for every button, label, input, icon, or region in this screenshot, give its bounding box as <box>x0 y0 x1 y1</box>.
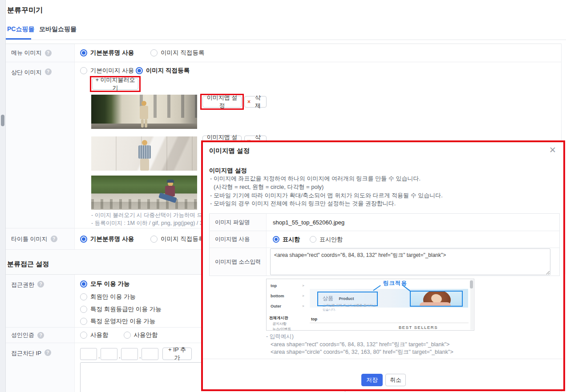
radio-label: 사용함 <box>90 331 109 339</box>
preview-scrollbar[interactable] <box>470 280 473 330</box>
ip-label: 접근차단 IP <box>11 349 41 357</box>
radio-access-members[interactable]: 회원만 이용 가능 <box>80 293 136 301</box>
delete-image-button-1[interactable]: × 삭제 <box>244 96 267 108</box>
help-icon[interactable]: ? <box>37 332 44 339</box>
modal-title: 이미지맵 설정 <box>209 147 250 155</box>
imagemap-settings-modal: 이미지맵 설정 ✕ 이미지맵 설정 - 이미지에 좌표값을 지정하여 하나의 이… <box>201 140 565 391</box>
menu-image-label-cell: 메뉴 이미지 ? <box>6 44 75 62</box>
preview-board-item: 공지사항 <box>272 321 287 326</box>
imagemap-area-left: 상품 Product 고객님을 위해 최고의 상품을 준비하고 있습니다. <box>317 292 378 306</box>
upload-note-2: - 등록이미지 : 1M 이하 / gif, png, jpg(jpeg) / … <box>91 220 219 227</box>
close-icon[interactable]: ✕ <box>549 145 556 155</box>
radio-access-member-grade[interactable]: 특정 회원등급만 이용 가능 <box>80 305 162 313</box>
adult-label: 성인인증 <box>11 331 34 339</box>
radio-icon <box>150 49 158 56</box>
banner-title: 상품 <box>323 295 333 301</box>
load-image-button[interactable]: + 이미지불러오기 <box>92 78 138 90</box>
radio-map-hide[interactable]: 표시안함 <box>310 236 343 244</box>
example-code-1: <area shape="rect" coords="6, 84, 83, 13… <box>271 341 449 348</box>
top-image-label: 상단 이미지 <box>11 68 42 76</box>
active-tab-underline <box>6 38 31 40</box>
radio-icon <box>80 318 87 325</box>
ip-octet-input-1[interactable] <box>80 348 97 360</box>
imagemap-table: 이미지 파일명 shop1_55_top_652060.jpeg 이미지맵 사용… <box>209 213 560 276</box>
imagemap-source-textarea[interactable]: <area shape="rect" coords="6, 84, 83, 13… <box>270 248 550 275</box>
radio-access-operators[interactable]: 특정 운영자만 이용 가능 <box>80 317 155 325</box>
ip-octet-input-4[interactable] <box>142 348 158 360</box>
radio-selected-icon <box>80 280 87 288</box>
radio-title-direct-upload[interactable]: 이미지 직접등록 <box>150 235 204 243</box>
radio-menu-default-name[interactable]: 기본분류명 사용 <box>80 49 134 57</box>
radio-adult-not-use[interactable]: 사용안함 <box>124 331 158 339</box>
radio-selected-icon <box>80 236 87 243</box>
permission-label: 접근권한 <box>11 281 34 289</box>
title-image-label: 타이틀 이미지 <box>11 235 48 243</box>
chevron-right-icon: > <box>302 294 304 298</box>
radio-label: 표시함 <box>283 236 300 244</box>
radio-selected-icon <box>273 236 279 243</box>
radio-label: 기본분류명 사용 <box>90 235 134 243</box>
preview-divider <box>310 323 469 323</box>
cancel-button[interactable]: 취소 <box>385 374 406 386</box>
preview-content-heading: top <box>311 317 317 321</box>
modal-footer-divider <box>203 359 563 359</box>
adult-label-cell: 성인인증 ? <box>6 328 75 343</box>
modal-section-title: 이미지맵 설정 <box>209 167 247 175</box>
menu-image-label: 메뉴 이미지 <box>11 49 42 57</box>
permission-label-cell: 접근권한 ? <box>6 275 75 327</box>
left-scrollbar[interactable] <box>0 0 6 392</box>
radio-selected-icon <box>136 67 143 74</box>
ip-dot: . <box>98 353 100 360</box>
radio-access-everyone[interactable]: 모두 이용 가능 <box>80 280 130 288</box>
modal-description-2: (사각형 = rect, 원형 = circle, 다각형 = poly) <box>214 183 323 191</box>
person-figure <box>137 101 151 128</box>
ip-octet-input-2[interactable] <box>101 348 117 360</box>
help-icon[interactable]: ? <box>51 236 57 242</box>
radio-menu-direct-upload[interactable]: 이미지 직접등록 <box>150 49 204 57</box>
help-icon[interactable]: ? <box>44 349 51 356</box>
help-icon[interactable]: ? <box>45 68 52 75</box>
radio-label: 이미지 직접등록 <box>146 67 190 75</box>
scrollbar-thumb[interactable] <box>1 115 4 126</box>
example-code-2: <area shape="circle" coords="6, 32, 163,… <box>271 348 453 356</box>
help-icon[interactable]: ? <box>45 50 52 56</box>
tab-pc-mall[interactable]: PC쇼핑몰 <box>7 25 34 33</box>
ip-dot: . <box>119 353 121 360</box>
ip-octet-input-3[interactable] <box>121 348 138 360</box>
tab-mobile-mall[interactable]: 모바일쇼핑몰 <box>39 25 77 33</box>
help-icon[interactable]: ? <box>37 281 44 288</box>
ip-label-cell: 접근차단 IP ? <box>6 343 75 392</box>
uploaded-image-2 <box>91 136 197 171</box>
radio-label: 회원만 이용 가능 <box>90 293 136 301</box>
filename-row: 이미지 파일명 shop1_55_top_652060.jpeg <box>210 214 559 231</box>
save-button[interactable]: 저장 <box>361 374 383 386</box>
best-sellers-text: BEST SELLERS <box>399 325 438 330</box>
radio-top-default-image[interactable]: 기본이미지 사용 <box>80 67 134 75</box>
person-figure <box>158 179 185 208</box>
imagemap-settings-button-1[interactable]: 이미지맵 설정 <box>202 96 242 108</box>
imagemap-source-cell: <area shape="rect" coords="6, 84, 83, 13… <box>267 248 559 276</box>
radio-top-direct-upload[interactable]: 이미지 직접등록 <box>136 67 190 75</box>
imagemap-preview: top > bottom > Outer > 전체게시판 공지사항 뉴스/이벤트… <box>266 279 474 331</box>
modal-description-3: - 모바일 기기에 따라 이미지가 확대/축소되어 맵 위치가 의도와 다르게 … <box>210 192 443 200</box>
imagemap-use-options: 표시함 표시안함 <box>267 231 559 248</box>
add-ip-button[interactable]: + IP 추가 <box>162 348 192 360</box>
radio-selected-icon <box>80 49 87 56</box>
modal-description-1: - 이미지에 좌표값을 지정하여 하나의 이미지에 여러개의 링크를 만들 수 … <box>210 175 420 183</box>
radio-adult-use[interactable]: 사용함 <box>80 331 109 339</box>
radio-title-default-name[interactable]: 기본분류명 사용 <box>80 235 134 243</box>
preview-menu-bottom: bottom <box>271 294 284 298</box>
radio-label: 표시안함 <box>319 236 343 244</box>
radio-icon <box>80 306 87 313</box>
uploaded-image-1 <box>91 95 197 129</box>
preview-scrollbar-thumb[interactable] <box>470 280 473 288</box>
model-shoulder <box>420 302 451 307</box>
radio-map-show[interactable]: 표시함 <box>273 236 300 244</box>
imagemap-area-right <box>410 291 463 307</box>
filename-value: shop1_55_top_652060.jpeg <box>267 214 559 231</box>
preview-board-title: 전체게시판 <box>269 316 288 321</box>
page-title: 분류꾸미기 <box>7 6 43 15</box>
imagemap-source-row: 이미지맵 소스입력 <area shape="rect" coords="6, … <box>210 248 559 276</box>
access-section-title: 분류접근 설정 <box>7 260 49 268</box>
chevron-right-icon: > <box>302 304 304 308</box>
